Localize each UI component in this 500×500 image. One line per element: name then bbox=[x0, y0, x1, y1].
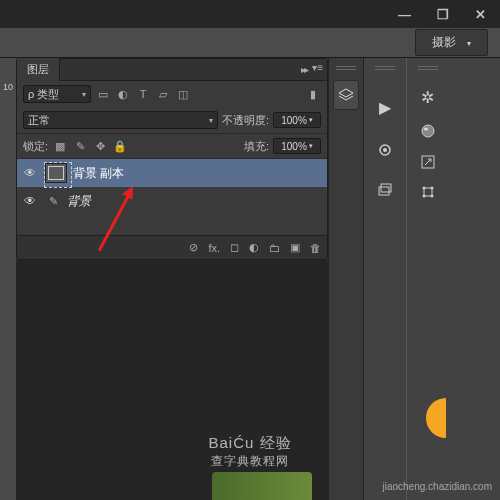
svg-point-9 bbox=[430, 187, 433, 190]
minimize-button[interactable]: — bbox=[392, 3, 417, 26]
tab-layers[interactable]: 图层 bbox=[17, 58, 60, 81]
filter-adjust-icon[interactable]: ◐ bbox=[115, 86, 131, 102]
panel-grip-icon[interactable] bbox=[415, 64, 441, 72]
filter-smart-icon[interactable]: ◫ bbox=[175, 86, 191, 102]
svg-point-4 bbox=[422, 125, 434, 137]
filter-toggle-icon[interactable]: ▮ bbox=[305, 86, 321, 102]
fill-label: 填充: bbox=[244, 139, 269, 154]
opacity-label: 不透明度: bbox=[222, 113, 269, 128]
workspace-label: 摄影 bbox=[432, 35, 456, 49]
opacity-input[interactable]: 100%▾ bbox=[273, 112, 321, 128]
ruler-left: 10 bbox=[0, 58, 16, 500]
layer-fx-icon[interactable]: fx. bbox=[208, 242, 220, 254]
ruler-mark: 10 bbox=[3, 82, 13, 92]
svg-point-11 bbox=[430, 195, 433, 198]
anchor-icon[interactable] bbox=[421, 185, 435, 199]
maximize-button[interactable]: ❐ bbox=[431, 3, 455, 26]
blend-mode-select[interactable]: 正常 ▾ bbox=[23, 111, 218, 129]
panel-menu-icon[interactable]: ▸▸ bbox=[301, 64, 307, 75]
sphere-icon[interactable] bbox=[420, 123, 436, 139]
right-gap bbox=[448, 58, 500, 500]
fill-input[interactable]: 100%▾ bbox=[273, 138, 321, 154]
window-titlebar: — ❐ ✕ bbox=[0, 0, 500, 28]
layers-footer: ⊘ fx. ◻ ◐ 🗀 ▣ 🗑 bbox=[17, 235, 327, 259]
blend-opacity-row: 正常 ▾ 不透明度: 100%▾ bbox=[17, 107, 327, 133]
svg-point-1 bbox=[383, 148, 387, 152]
panel-grip-icon[interactable] bbox=[333, 64, 359, 72]
panel-collapse-icon[interactable]: ▾≡ bbox=[312, 62, 323, 73]
play-icon[interactable]: ▶ bbox=[379, 98, 391, 117]
layer-row[interactable]: 👁 背景 副本 bbox=[17, 159, 327, 187]
link-layers-icon[interactable]: ⊘ bbox=[189, 241, 198, 254]
watermark-url: jiaocheng.chazidian.com bbox=[382, 481, 492, 492]
filter-shape-icon[interactable]: ▱ bbox=[155, 86, 171, 102]
collapsed-panel-2: ▶ bbox=[364, 58, 406, 500]
svg-point-10 bbox=[422, 195, 425, 198]
svg-point-8 bbox=[422, 187, 425, 190]
filter-pixel-icon[interactable]: ▭ bbox=[95, 86, 111, 102]
lock-label: 锁定: bbox=[23, 139, 48, 154]
chevron-down-icon: ▾ bbox=[82, 90, 86, 99]
layer-mask-icon[interactable]: ◻ bbox=[230, 241, 239, 254]
layer-row[interactable]: 👁 ✎ 背景 bbox=[17, 187, 327, 215]
record-icon[interactable] bbox=[378, 143, 392, 157]
visibility-icon[interactable]: 👁 bbox=[21, 166, 39, 180]
layers-panel: 图层 ▸▸ ▾≡ ρ 类型 ▾ ▭ ◐ T ▱ ◫ ▮ 正常 ▾ bbox=[16, 58, 328, 260]
layer-list: 👁 背景 副本 👁 ✎ 背景 bbox=[17, 159, 327, 235]
crop-shortcut-icon[interactable] bbox=[378, 183, 392, 197]
watermark-main: BaiĆu 经验 查字典教程网 bbox=[208, 434, 291, 468]
visibility-icon[interactable]: 👁 bbox=[21, 194, 39, 208]
lock-transparent-icon[interactable]: ▩ bbox=[52, 138, 68, 154]
lock-pixels-icon[interactable]: ✎ bbox=[72, 138, 88, 154]
layer-filter-row: ρ 类型 ▾ ▭ ◐ T ▱ ◫ ▮ bbox=[17, 81, 327, 107]
collapsed-panel-1 bbox=[328, 58, 364, 500]
green-image-edge bbox=[212, 472, 312, 500]
panel-grip-icon[interactable] bbox=[372, 64, 398, 72]
delete-layer-icon[interactable]: 🗑 bbox=[310, 242, 321, 254]
new-layer-icon[interactable]: ▣ bbox=[290, 241, 300, 254]
svg-point-5 bbox=[424, 128, 428, 131]
options-bar: 摄影 ▾ bbox=[0, 28, 500, 58]
adjustment-layer-icon[interactable]: ◐ bbox=[249, 241, 259, 254]
layer-thumbnail[interactable] bbox=[45, 163, 67, 183]
workspace-switcher[interactable]: 摄影 ▾ bbox=[415, 29, 488, 56]
resize-icon[interactable] bbox=[421, 155, 435, 169]
brush-icon: ✎ bbox=[45, 193, 61, 209]
svg-rect-7 bbox=[424, 188, 432, 196]
layer-name[interactable]: 背景 副本 bbox=[73, 165, 124, 182]
panel-tabs: 图层 ▸▸ ▾≡ bbox=[17, 59, 327, 81]
lock-fill-row: 锁定: ▩ ✎ ✥ 🔒 填充: 100%▾ bbox=[17, 133, 327, 159]
layers-icon[interactable] bbox=[333, 80, 359, 110]
chevron-down-icon: ▾ bbox=[209, 116, 213, 125]
lock-all-icon[interactable]: 🔒 bbox=[112, 138, 128, 154]
group-icon[interactable]: 🗀 bbox=[269, 242, 280, 254]
chevron-down-icon: ▾ bbox=[467, 39, 471, 48]
filter-kind-select[interactable]: ρ 类型 ▾ bbox=[23, 85, 91, 103]
lock-position-icon[interactable]: ✥ bbox=[92, 138, 108, 154]
compass-icon[interactable]: ✲ bbox=[421, 88, 434, 107]
filter-type-icon[interactable]: T bbox=[135, 86, 151, 102]
close-button[interactable]: ✕ bbox=[469, 3, 492, 26]
layer-name[interactable]: 背景 bbox=[67, 193, 91, 210]
